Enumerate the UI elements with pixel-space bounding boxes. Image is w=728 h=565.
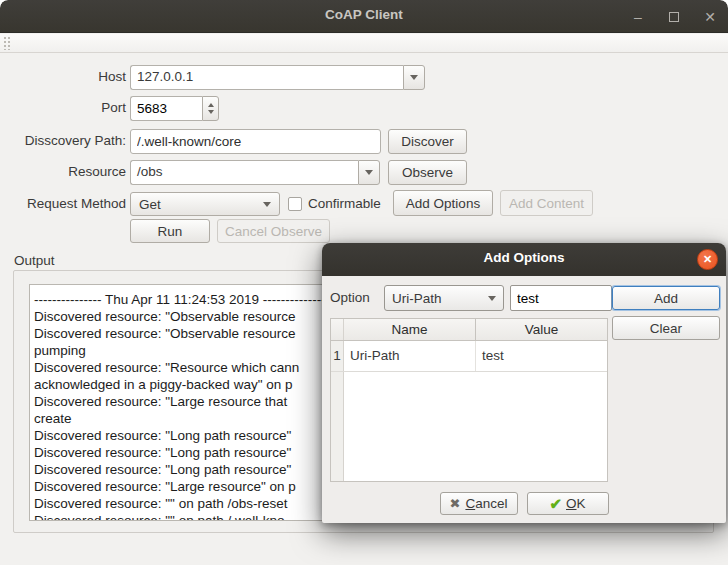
chevron-down-icon <box>488 296 496 301</box>
dialog-close-button[interactable]: ✕ <box>697 249 718 270</box>
host-combobox[interactable]: 127.0.0.1 <box>130 65 425 90</box>
output-label: Output <box>14 253 55 268</box>
port-label: Port <box>0 100 126 115</box>
cancel-x-icon: ✖ <box>450 496 461 511</box>
request-method-combobox[interactable]: Get <box>130 192 280 216</box>
discovery-path-label: Disscovery Path: <box>0 133 126 148</box>
resource-label: Resource <box>0 164 126 179</box>
request-method-value: Get <box>139 197 161 212</box>
add-options-button[interactable]: Add Options <box>393 190 493 216</box>
close-icon: ✕ <box>703 253 712 266</box>
window-controls: – ✕ <box>630 0 718 33</box>
spin-up-icon <box>208 103 214 107</box>
dialog-title: Add Options <box>322 250 726 265</box>
window-titlebar: CoAP Client – ✕ <box>0 0 728 33</box>
window-title: CoAP Client <box>0 7 728 22</box>
host-label: Host <box>0 69 126 84</box>
cancel-observe-button: Cancel Observe <box>217 219 330 243</box>
dialog-actions: ✖ Cancel ✔ OK <box>322 492 726 515</box>
request-method-label: Request Method <box>0 196 126 211</box>
resource-input[interactable]: /obs <box>130 160 358 185</box>
clear-button[interactable]: Clear <box>612 316 720 340</box>
chevron-down-icon <box>365 170 373 175</box>
table-cell-value[interactable]: test <box>476 341 607 371</box>
chevron-down-icon <box>410 75 418 80</box>
option-value: Uri-Path <box>392 291 442 306</box>
close-icon[interactable]: ✕ <box>702 9 718 25</box>
option-label: Option <box>330 290 370 305</box>
minimize-icon[interactable]: – <box>630 9 646 25</box>
table-corner-cell <box>331 319 344 340</box>
maximize-icon[interactable] <box>666 9 682 25</box>
add-content-button: Add Content <box>500 190 593 216</box>
confirmable-checkbox[interactable] <box>288 197 302 211</box>
table-header-row: Name Value <box>331 319 607 341</box>
chevron-down-icon <box>263 202 271 207</box>
port-spinbox[interactable] <box>130 96 219 121</box>
toolbar-grip-icon[interactable] <box>3 36 10 50</box>
cancel-button[interactable]: ✖ Cancel <box>440 492 518 515</box>
cancel-mnemonic: C <box>465 496 475 511</box>
port-spin-buttons[interactable] <box>202 96 219 121</box>
ok-button[interactable]: ✔ OK <box>527 492 609 515</box>
resource-combobox[interactable]: /obs <box>130 160 380 185</box>
table-header-value[interactable]: Value <box>476 319 607 340</box>
add-button[interactable]: Add <box>612 286 720 310</box>
option-combobox[interactable]: Uri-Path <box>384 285 504 311</box>
coap-client-window: CoAP Client – ✕ Host Port Disscovery Pat… <box>0 0 728 565</box>
options-table[interactable]: Name Value 1 Uri-Path test <box>330 318 608 482</box>
option-value-input[interactable] <box>510 285 612 311</box>
host-dropdown-button[interactable] <box>403 65 425 90</box>
toolbar-strip <box>0 34 728 53</box>
port-input[interactable] <box>130 96 202 121</box>
table-cell-name[interactable]: Uri-Path <box>344 341 476 371</box>
table-header-name[interactable]: Name <box>344 319 476 340</box>
confirmable-label: Confirmable <box>308 196 381 211</box>
maximize-box-icon <box>669 12 679 22</box>
discover-button[interactable]: Discover <box>388 129 467 154</box>
ok-mnemonic: O <box>566 496 577 511</box>
dialog-titlebar: Add Options ✕ <box>322 243 726 276</box>
add-options-dialog: Add Options ✕ Option Uri-Path Add Clear … <box>322 243 726 523</box>
run-button[interactable]: Run <box>130 219 210 243</box>
ok-check-icon: ✔ <box>549 495 562 513</box>
observe-button[interactable]: Observe <box>388 160 467 185</box>
cancel-label: ancel <box>475 496 507 511</box>
table-row-number: 1 <box>331 341 344 371</box>
discovery-path-input[interactable] <box>130 129 381 154</box>
host-input[interactable]: 127.0.0.1 <box>130 65 403 90</box>
table-row[interactable]: 1 Uri-Path test <box>331 341 607 372</box>
resource-dropdown-button[interactable] <box>358 160 380 185</box>
ok-label: K <box>577 496 586 511</box>
spin-down-icon <box>208 110 214 114</box>
